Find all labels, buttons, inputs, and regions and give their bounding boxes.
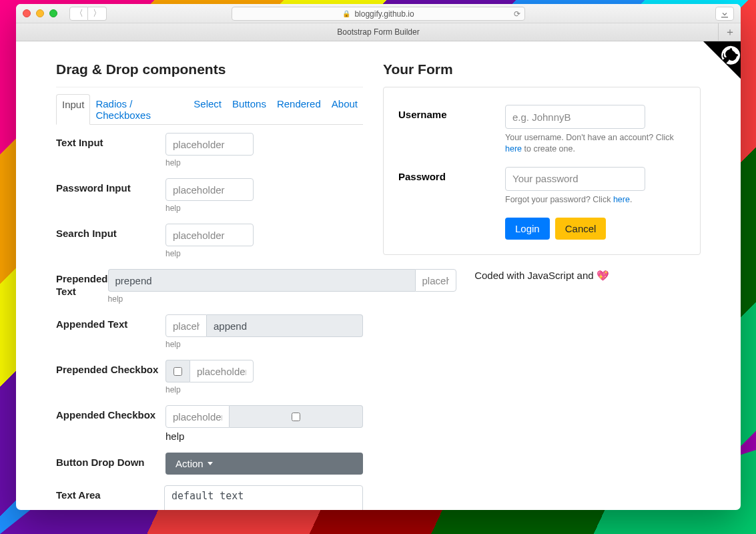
component-prepended-checkbox[interactable]: Prepended Checkbox help (56, 360, 363, 394)
label-password: Password (398, 167, 505, 206)
url-text: bloggify.github.io (354, 9, 414, 19)
tab-radios-checkboxes[interactable]: Radios / Checkboxes (90, 94, 188, 125)
caret-down-icon (208, 462, 213, 465)
page: Drag & Drop components Input Radios / Ch… (16, 41, 741, 510)
search-input-field[interactable] (165, 224, 254, 246)
new-tab-button[interactable]: ＋ (718, 23, 741, 41)
component-prepended-text[interactable]: Prepended Text prepend help (56, 269, 363, 304)
component-textarea[interactable]: Text Area default text (56, 485, 363, 510)
prepended-checkbox-field[interactable] (190, 360, 254, 382)
downloads-button[interactable] (715, 7, 734, 21)
components-panel: Drag & Drop components Input Radios / Ch… (56, 61, 363, 510)
label-prepended-checkbox: Prepended Checkbox (56, 360, 165, 376)
component-appended-text[interactable]: Appended Text append help (56, 314, 363, 349)
address-bar[interactable]: 🔒 bloggify.github.io ⟳ (232, 7, 525, 21)
maximize-window-button[interactable] (49, 9, 57, 17)
action-dropdown-label: Action (175, 458, 204, 469)
form-actions: Login Cancel (505, 218, 685, 240)
help-text: help (165, 249, 363, 258)
appended-text-field[interactable] (165, 314, 207, 337)
label-username: Username (398, 105, 505, 155)
forward-button[interactable]: 〉 (88, 7, 107, 21)
help-text: help (165, 431, 363, 442)
your-form-panel: Your Form Username Your username. Don't … (383, 61, 701, 510)
minimize-window-button[interactable] (36, 9, 44, 17)
nav-buttons: 〈 〉 (69, 7, 107, 21)
password-field[interactable] (505, 167, 645, 191)
component-appended-checkbox[interactable]: Appended Checkbox help (56, 405, 363, 442)
browser-tabbar: Bootstrap Form Builder ＋ (16, 23, 741, 41)
component-search-input[interactable]: Search Input help (56, 224, 363, 258)
tab-select[interactable]: Select (188, 94, 227, 125)
tab-rendered[interactable]: Rendered (272, 94, 326, 125)
component-button-dropdown[interactable]: Button Drop Down Action (56, 453, 363, 475)
tab-buttons[interactable]: Buttons (227, 94, 272, 125)
prepend-checkbox-addon (165, 360, 190, 382)
tab-input[interactable]: Input (56, 94, 90, 125)
your-form-heading: Your Form (383, 61, 701, 77)
appended-checkbox-field[interactable] (165, 405, 230, 428)
create-account-link[interactable]: here (505, 144, 522, 154)
divider (56, 87, 363, 87)
action-dropdown-button[interactable]: Action (165, 453, 363, 475)
tab-about[interactable]: About (326, 94, 363, 125)
page-footer: Coded with JavaScript and 💖 (383, 270, 701, 282)
append-addon: append (207, 314, 363, 337)
browser-tab-title[interactable]: Bootstrap Form Builder (337, 27, 419, 37)
form-row-username: Username Your username. Don't have an ac… (398, 105, 685, 155)
label-text-input: Text Input (56, 133, 165, 150)
github-icon (716, 42, 741, 70)
label-search-input: Search Input (56, 224, 165, 240)
form-row-password: Password Forgot your password? Click her… (398, 167, 685, 206)
username-hint: Your username. Don't have an account? Cl… (505, 132, 685, 155)
login-button[interactable]: Login (505, 218, 550, 240)
textarea-field[interactable]: default text (164, 485, 363, 510)
browser-window: 〈 〉 🔒 bloggify.github.io ⟳ Bootstrap For… (16, 4, 741, 510)
window-controls (23, 9, 57, 17)
label-appended-checkbox: Appended Checkbox (56, 405, 165, 422)
password-input-field[interactable] (165, 178, 254, 201)
close-window-button[interactable] (23, 9, 31, 17)
reload-icon[interactable]: ⟳ (514, 9, 520, 19)
help-text: help (165, 340, 363, 349)
prepend-checkbox[interactable] (173, 367, 182, 376)
cancel-button[interactable]: Cancel (555, 218, 607, 240)
label-textarea: Text Area (56, 485, 164, 502)
github-corner[interactable] (683, 41, 741, 99)
prepend-addon: prepend (108, 269, 415, 292)
components-heading: Drag & Drop components (56, 61, 363, 77)
component-password-input[interactable]: Password Input help (56, 178, 363, 213)
append-checkbox[interactable] (292, 413, 300, 421)
label-prepended-text: Prepended Text (56, 269, 108, 298)
forgot-password-link[interactable]: here (613, 195, 630, 204)
label-appended-text: Appended Text (56, 314, 165, 331)
text-input-field[interactable] (165, 133, 254, 156)
password-hint: Forgot your password? Click here. (505, 194, 685, 206)
component-text-input[interactable]: Text Input help (56, 133, 363, 168)
help-text: help (165, 385, 363, 394)
help-text: help (165, 158, 363, 168)
form-card: Username Your username. Don't have an ac… (383, 87, 701, 255)
lock-icon: 🔒 (342, 10, 350, 17)
label-button-dropdown: Button Drop Down (56, 453, 165, 469)
component-tabs: Input Radios / Checkboxes Select Buttons… (56, 94, 363, 125)
back-button[interactable]: 〈 (69, 7, 88, 21)
username-field[interactable] (505, 105, 645, 129)
help-text: help (165, 204, 363, 213)
browser-titlebar: 〈 〉 🔒 bloggify.github.io ⟳ (16, 4, 741, 23)
append-checkbox-addon (230, 405, 363, 428)
download-icon (721, 10, 729, 18)
label-password-input: Password Input (56, 178, 165, 195)
